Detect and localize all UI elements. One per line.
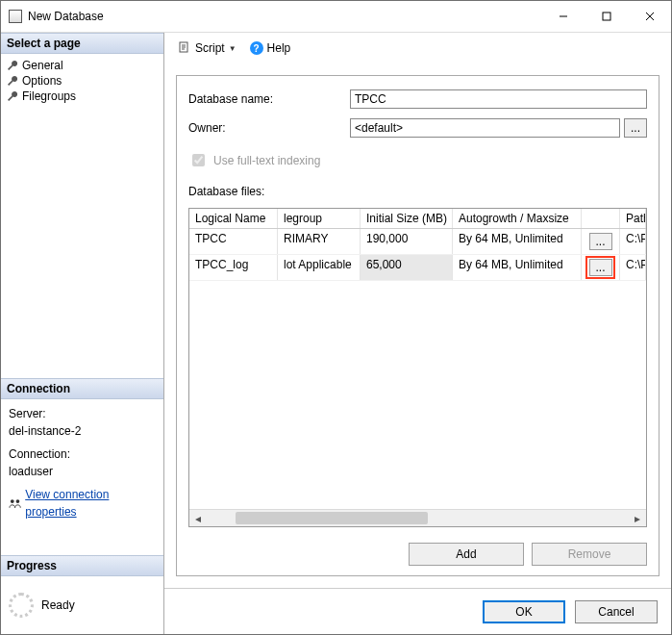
cell-autogrowth-button: ... [582,229,620,254]
dbname-label: Database name: [188,92,342,106]
cell-logical-name[interactable]: TPCC [189,229,278,254]
col-ellipsis [582,209,620,228]
grid-header: Logical Name legroup Initial Size (MB) A… [189,209,646,229]
server-value: del-instance-2 [9,422,156,440]
connection-info: Server: del-instance-2 Connection: loadu… [1,399,163,526]
help-button[interactable]: ? Help [246,39,295,57]
scroll-thumb[interactable] [236,512,428,524]
link-text: View connection properties [25,486,156,521]
people-icon [9,497,21,509]
col-initial-size[interactable]: Initial Size (MB) [361,209,453,228]
cancel-button[interactable]: Cancel [575,600,658,623]
scroll-right-arrow-icon[interactable]: ▸ [629,510,646,526]
cell-path[interactable]: C:\Program Files\ [620,229,646,254]
svg-rect-1 [603,13,610,20]
wrench-icon [7,75,18,87]
help-icon: ? [250,41,263,55]
new-database-dialog: New Database Select a page General Optio… [0,0,672,635]
connection-value: loaduser [9,463,156,480]
left-pane: Select a page General Options Filegroups… [1,33,164,634]
cell-initial-size[interactable]: 190,000 [361,229,453,254]
owner-input[interactable] [350,118,620,138]
table-row[interactable]: TPCCRIMARY190,000By 64 MB, Unlimited...C… [189,229,646,255]
progress-status: Ready [41,598,75,612]
table-row[interactable]: TPCC_loglot Applicable65,000By 64 MB, Un… [189,255,646,281]
owner-label: Owner: [188,121,342,135]
minimize-button[interactable] [541,2,585,31]
database-files-label: Database files: [188,185,647,198]
page-item-options[interactable]: Options [5,73,160,89]
cell-filegroup[interactable]: lot Applicable [278,255,361,280]
autogrowth-ellipsis-button[interactable]: ... [589,259,612,276]
toolbar: Script ▼ ? Help [164,33,671,64]
col-path[interactable]: Path [620,209,646,228]
cell-autogrowth-button: ... [582,255,620,280]
cell-filegroup[interactable]: RIMARY [278,229,361,254]
page-item-filegroups[interactable]: Filegroups [5,89,160,104]
wrench-icon [7,60,18,71]
cell-autogrowth[interactable]: By 64 MB, Unlimited [453,229,582,254]
page-list: General Options Filegroups [1,54,163,108]
svg-point-5 [16,499,20,503]
horizontal-scrollbar[interactable]: ◂ ▸ [189,509,646,526]
script-label: Script [195,41,225,55]
page-label: Options [22,74,62,88]
script-icon [178,41,191,55]
fulltext-label: Use full-text indexing [213,154,320,167]
view-connection-properties-link[interactable]: View connection properties [9,486,156,521]
wrench-icon [7,90,18,102]
page-label: Filegroups [22,89,76,103]
autogrowth-ellipsis-button[interactable]: ... [589,233,612,250]
database-name-input[interactable] [350,89,647,109]
script-button[interactable]: Script ▼ [174,39,240,57]
cell-autogrowth[interactable]: By 64 MB, Unlimited [453,255,582,280]
col-filegroup[interactable]: legroup [278,209,361,228]
database-files-grid[interactable]: Logical Name legroup Initial Size (MB) A… [188,208,647,527]
owner-browse-button[interactable]: ... [624,118,647,138]
cell-initial-size[interactable]: 65,000 [361,255,453,280]
connection-header: Connection [1,378,163,399]
titlebar[interactable]: New Database [1,1,671,32]
connection-label: Connection: [9,445,156,463]
ok-button[interactable]: OK [483,600,565,623]
progress-spinner-icon [9,593,34,618]
col-logical-name[interactable]: Logical Name [189,209,278,228]
select-page-header: Select a page [1,33,163,54]
progress-header: Progress [1,555,163,576]
right-pane: Script ▼ ? Help Database name: Owner: [164,33,671,634]
maximize-button[interactable] [585,2,628,31]
server-label: Server: [9,405,156,422]
page-item-general[interactable]: General [5,58,160,73]
cell-logical-name[interactable]: TPCC_log [189,255,278,280]
chevron-down-icon: ▼ [229,44,236,53]
page-label: General [22,59,63,72]
dialog-footer: OK Cancel [164,588,671,634]
general-panel: Database name: Owner: ... Use full-text … [176,75,660,576]
fulltext-checkbox [192,154,205,166]
col-autogrowth[interactable]: Autogrowth / Maxsize [453,209,582,228]
database-icon [9,10,22,23]
remove-button: Remove [532,543,647,566]
window-title: New Database [28,10,541,23]
close-button[interactable] [628,2,671,31]
help-label: Help [267,41,291,55]
scroll-left-arrow-icon[interactable]: ◂ [189,510,207,526]
add-button[interactable]: Add [409,543,524,566]
cell-path[interactable]: C:\Program Files\ [620,255,646,280]
svg-point-4 [11,499,14,503]
